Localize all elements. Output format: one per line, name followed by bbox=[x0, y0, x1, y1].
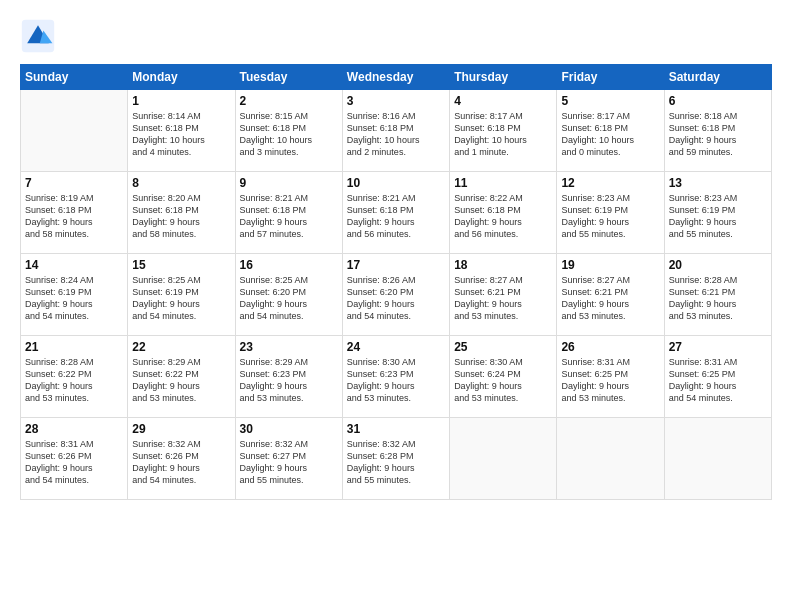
day-number: 24 bbox=[347, 340, 445, 354]
calendar-cell: 26Sunrise: 8:31 AM Sunset: 6:25 PM Dayli… bbox=[557, 336, 664, 418]
day-number: 4 bbox=[454, 94, 552, 108]
day-number: 9 bbox=[240, 176, 338, 190]
day-info: Sunrise: 8:17 AM Sunset: 6:18 PM Dayligh… bbox=[561, 110, 659, 159]
week-row-2: 7Sunrise: 8:19 AM Sunset: 6:18 PM Daylig… bbox=[21, 172, 772, 254]
calendar-cell: 24Sunrise: 8:30 AM Sunset: 6:23 PM Dayli… bbox=[342, 336, 449, 418]
day-info: Sunrise: 8:18 AM Sunset: 6:18 PM Dayligh… bbox=[669, 110, 767, 159]
week-row-1: 1Sunrise: 8:14 AM Sunset: 6:18 PM Daylig… bbox=[21, 90, 772, 172]
day-info: Sunrise: 8:29 AM Sunset: 6:23 PM Dayligh… bbox=[240, 356, 338, 405]
day-info: Sunrise: 8:32 AM Sunset: 6:26 PM Dayligh… bbox=[132, 438, 230, 487]
day-number: 21 bbox=[25, 340, 123, 354]
calendar-cell: 3Sunrise: 8:16 AM Sunset: 6:18 PM Daylig… bbox=[342, 90, 449, 172]
calendar-cell: 11Sunrise: 8:22 AM Sunset: 6:18 PM Dayli… bbox=[450, 172, 557, 254]
day-number: 13 bbox=[669, 176, 767, 190]
day-number: 27 bbox=[669, 340, 767, 354]
calendar-cell bbox=[21, 90, 128, 172]
day-info: Sunrise: 8:32 AM Sunset: 6:27 PM Dayligh… bbox=[240, 438, 338, 487]
day-info: Sunrise: 8:25 AM Sunset: 6:19 PM Dayligh… bbox=[132, 274, 230, 323]
calendar-cell: 27Sunrise: 8:31 AM Sunset: 6:25 PM Dayli… bbox=[664, 336, 771, 418]
calendar-cell: 1Sunrise: 8:14 AM Sunset: 6:18 PM Daylig… bbox=[128, 90, 235, 172]
day-number: 11 bbox=[454, 176, 552, 190]
day-number: 16 bbox=[240, 258, 338, 272]
calendar-cell: 8Sunrise: 8:20 AM Sunset: 6:18 PM Daylig… bbox=[128, 172, 235, 254]
week-row-4: 21Sunrise: 8:28 AM Sunset: 6:22 PM Dayli… bbox=[21, 336, 772, 418]
calendar-cell: 7Sunrise: 8:19 AM Sunset: 6:18 PM Daylig… bbox=[21, 172, 128, 254]
calendar-cell: 10Sunrise: 8:21 AM Sunset: 6:18 PM Dayli… bbox=[342, 172, 449, 254]
day-info: Sunrise: 8:28 AM Sunset: 6:21 PM Dayligh… bbox=[669, 274, 767, 323]
day-number: 26 bbox=[561, 340, 659, 354]
day-info: Sunrise: 8:31 AM Sunset: 6:26 PM Dayligh… bbox=[25, 438, 123, 487]
calendar-body: 1Sunrise: 8:14 AM Sunset: 6:18 PM Daylig… bbox=[21, 90, 772, 500]
day-number: 22 bbox=[132, 340, 230, 354]
day-number: 15 bbox=[132, 258, 230, 272]
day-info: Sunrise: 8:30 AM Sunset: 6:23 PM Dayligh… bbox=[347, 356, 445, 405]
calendar-cell: 22Sunrise: 8:29 AM Sunset: 6:22 PM Dayli… bbox=[128, 336, 235, 418]
header-day-monday: Monday bbox=[128, 65, 235, 90]
day-number: 6 bbox=[669, 94, 767, 108]
day-info: Sunrise: 8:28 AM Sunset: 6:22 PM Dayligh… bbox=[25, 356, 123, 405]
day-number: 28 bbox=[25, 422, 123, 436]
day-info: Sunrise: 8:16 AM Sunset: 6:18 PM Dayligh… bbox=[347, 110, 445, 159]
day-number: 10 bbox=[347, 176, 445, 190]
calendar-cell: 19Sunrise: 8:27 AM Sunset: 6:21 PM Dayli… bbox=[557, 254, 664, 336]
day-info: Sunrise: 8:26 AM Sunset: 6:20 PM Dayligh… bbox=[347, 274, 445, 323]
calendar-cell: 23Sunrise: 8:29 AM Sunset: 6:23 PM Dayli… bbox=[235, 336, 342, 418]
logo bbox=[20, 18, 62, 54]
page: SundayMondayTuesdayWednesdayThursdayFrid… bbox=[0, 0, 792, 612]
header-row: SundayMondayTuesdayWednesdayThursdayFrid… bbox=[21, 65, 772, 90]
day-number: 19 bbox=[561, 258, 659, 272]
day-info: Sunrise: 8:17 AM Sunset: 6:18 PM Dayligh… bbox=[454, 110, 552, 159]
calendar-cell: 12Sunrise: 8:23 AM Sunset: 6:19 PM Dayli… bbox=[557, 172, 664, 254]
calendar-cell: 5Sunrise: 8:17 AM Sunset: 6:18 PM Daylig… bbox=[557, 90, 664, 172]
day-number: 5 bbox=[561, 94, 659, 108]
calendar-cell: 20Sunrise: 8:28 AM Sunset: 6:21 PM Dayli… bbox=[664, 254, 771, 336]
header bbox=[20, 18, 772, 54]
day-number: 17 bbox=[347, 258, 445, 272]
calendar-header: SundayMondayTuesdayWednesdayThursdayFrid… bbox=[21, 65, 772, 90]
day-info: Sunrise: 8:14 AM Sunset: 6:18 PM Dayligh… bbox=[132, 110, 230, 159]
day-number: 20 bbox=[669, 258, 767, 272]
header-day-sunday: Sunday bbox=[21, 65, 128, 90]
day-number: 25 bbox=[454, 340, 552, 354]
day-number: 8 bbox=[132, 176, 230, 190]
calendar-cell: 16Sunrise: 8:25 AM Sunset: 6:20 PM Dayli… bbox=[235, 254, 342, 336]
day-info: Sunrise: 8:21 AM Sunset: 6:18 PM Dayligh… bbox=[240, 192, 338, 241]
calendar-cell: 31Sunrise: 8:32 AM Sunset: 6:28 PM Dayli… bbox=[342, 418, 449, 500]
header-day-friday: Friday bbox=[557, 65, 664, 90]
day-number: 2 bbox=[240, 94, 338, 108]
day-info: Sunrise: 8:20 AM Sunset: 6:18 PM Dayligh… bbox=[132, 192, 230, 241]
day-info: Sunrise: 8:27 AM Sunset: 6:21 PM Dayligh… bbox=[561, 274, 659, 323]
day-info: Sunrise: 8:27 AM Sunset: 6:21 PM Dayligh… bbox=[454, 274, 552, 323]
calendar-cell: 15Sunrise: 8:25 AM Sunset: 6:19 PM Dayli… bbox=[128, 254, 235, 336]
day-number: 1 bbox=[132, 94, 230, 108]
day-info: Sunrise: 8:23 AM Sunset: 6:19 PM Dayligh… bbox=[561, 192, 659, 241]
day-number: 7 bbox=[25, 176, 123, 190]
calendar-cell: 29Sunrise: 8:32 AM Sunset: 6:26 PM Dayli… bbox=[128, 418, 235, 500]
day-number: 14 bbox=[25, 258, 123, 272]
calendar-cell: 21Sunrise: 8:28 AM Sunset: 6:22 PM Dayli… bbox=[21, 336, 128, 418]
day-info: Sunrise: 8:25 AM Sunset: 6:20 PM Dayligh… bbox=[240, 274, 338, 323]
week-row-3: 14Sunrise: 8:24 AM Sunset: 6:19 PM Dayli… bbox=[21, 254, 772, 336]
day-number: 31 bbox=[347, 422, 445, 436]
day-info: Sunrise: 8:30 AM Sunset: 6:24 PM Dayligh… bbox=[454, 356, 552, 405]
calendar-cell bbox=[450, 418, 557, 500]
calendar-cell: 6Sunrise: 8:18 AM Sunset: 6:18 PM Daylig… bbox=[664, 90, 771, 172]
day-info: Sunrise: 8:31 AM Sunset: 6:25 PM Dayligh… bbox=[561, 356, 659, 405]
day-number: 12 bbox=[561, 176, 659, 190]
calendar-cell bbox=[557, 418, 664, 500]
calendar-cell: 28Sunrise: 8:31 AM Sunset: 6:26 PM Dayli… bbox=[21, 418, 128, 500]
calendar-cell: 14Sunrise: 8:24 AM Sunset: 6:19 PM Dayli… bbox=[21, 254, 128, 336]
calendar-cell: 30Sunrise: 8:32 AM Sunset: 6:27 PM Dayli… bbox=[235, 418, 342, 500]
header-day-tuesday: Tuesday bbox=[235, 65, 342, 90]
header-day-wednesday: Wednesday bbox=[342, 65, 449, 90]
day-info: Sunrise: 8:29 AM Sunset: 6:22 PM Dayligh… bbox=[132, 356, 230, 405]
day-info: Sunrise: 8:21 AM Sunset: 6:18 PM Dayligh… bbox=[347, 192, 445, 241]
calendar-cell: 17Sunrise: 8:26 AM Sunset: 6:20 PM Dayli… bbox=[342, 254, 449, 336]
header-day-thursday: Thursday bbox=[450, 65, 557, 90]
day-info: Sunrise: 8:15 AM Sunset: 6:18 PM Dayligh… bbox=[240, 110, 338, 159]
calendar-cell: 4Sunrise: 8:17 AM Sunset: 6:18 PM Daylig… bbox=[450, 90, 557, 172]
logo-icon bbox=[20, 18, 56, 54]
day-info: Sunrise: 8:32 AM Sunset: 6:28 PM Dayligh… bbox=[347, 438, 445, 487]
day-number: 29 bbox=[132, 422, 230, 436]
calendar: SundayMondayTuesdayWednesdayThursdayFrid… bbox=[20, 64, 772, 500]
